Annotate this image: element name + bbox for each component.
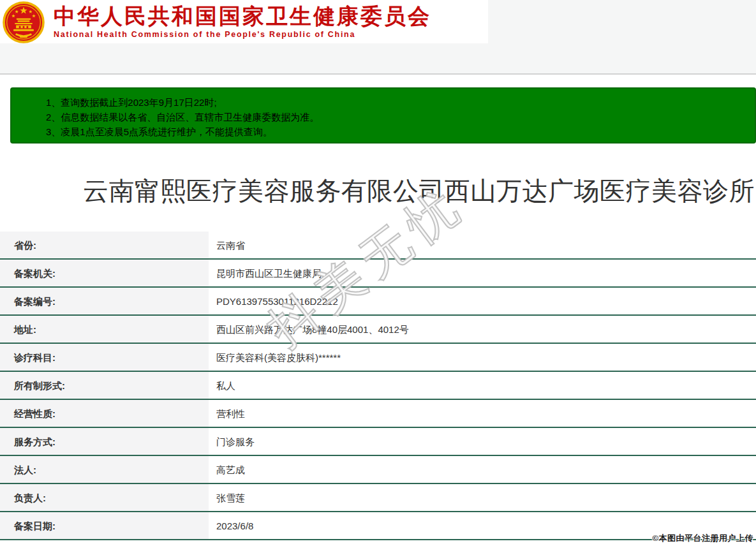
field-label: 备案机关: [0,260,209,286]
field-value: 云南省 [209,232,756,258]
field-value: 门诊服务 [209,428,756,455]
field-value: 高艺成 [209,456,756,483]
notice-line-3: 3、凌晨1点至凌晨5点系统进行维护，不能提供查询。 [46,124,748,139]
notice-line-1: 1、查询数据截止到2023年9月17日22时; [46,95,748,110]
field-label: 所有制形式: [0,372,209,399]
field-value: 营利性 [209,400,756,427]
table-row-filing-date: 备案日期: 2023/6/8 [0,512,756,540]
field-label: 法人: [0,456,209,483]
notice-banner: 1、查询数据截止到2023年9月17日22时; 2、信息数据结果以各省、自治区、… [10,87,756,144]
table-row-filing-authority: 备案机关: 昆明市西山区卫生健康局 [0,260,756,288]
field-label: 负责人: [0,484,209,511]
china-national-emblem-icon [3,1,45,43]
table-row-business-nature: 经营性质: 营利性 [0,400,756,428]
table-row-address: 地址: 西山区前兴路万达广场8幢40层4001、4012号 [0,316,756,344]
header-titles: 中华人民共和国国家卫生健康委员会 National Health Commiss… [54,4,481,40]
record-table: 省份: 云南省 备案机关: 昆明市西山区卫生健康局 备案编号: PDY61397… [0,232,756,540]
field-value: 私人 [209,372,756,399]
table-row-treatment-subjects: 诊疗科目: 医疗美容科(美容皮肤科)****** [0,344,756,372]
field-value: PDY61397553011216D2212 [209,288,756,314]
page-title: 云南甯熙医疗美容服务有限公司西山万达广场医疗美容诊所 [83,173,755,209]
table-row-person-in-charge: 负责人: 张雪莲 [0,484,756,512]
field-value: 医疗美容科(美容皮肤科)****** [209,344,756,371]
field-label: 服务方式: [0,428,209,455]
field-label: 地址: [0,316,209,343]
field-label: 备案编号: [0,288,209,314]
field-label: 经营性质: [0,400,209,427]
site-header: 中华人民共和国国家卫生健康委员会 National Health Commiss… [0,0,488,43]
table-row-filing-number: 备案编号: PDY61397553011216D2212 [0,288,756,316]
field-label: 诊疗科目: [0,344,209,371]
header-title-english: National Health Commission of the People… [54,29,481,40]
table-row-legal-person: 法人: 高艺成 [0,456,756,484]
table-row-ownership-form: 所有制形式: 私人 [0,372,756,400]
field-value: 昆明市西山区卫生健康局 [209,260,756,286]
notice-line-2: 2、信息数据结果以各省、自治区、直辖市卫生健康委数据为准。 [46,110,748,124]
field-label: 省份: [0,232,209,258]
field-value: 西山区前兴路万达广场8幢40层4001、4012号 [209,316,756,343]
field-value: 张雪莲 [209,484,756,511]
header-title-chinese: 中华人民共和国国家卫生健康委员会 [54,4,481,28]
uploader-watermark: ©本图由平台注册用户上传 [652,533,753,544]
field-label: 备案日期: [0,512,209,539]
table-row-service-mode: 服务方式: 门诊服务 [0,428,756,456]
table-row-province: 省份: 云南省 [0,232,756,260]
